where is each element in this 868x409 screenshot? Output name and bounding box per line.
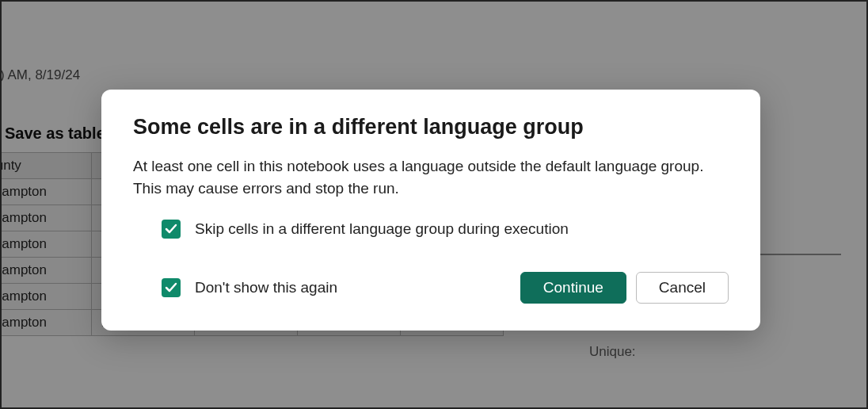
language-group-dialog: Some cells are in a different language g…	[101, 90, 760, 331]
dialog-button-group: Continue Cancel	[520, 272, 729, 304]
dont-show-checkbox[interactable]	[162, 278, 181, 297]
dialog-body-text: At least one cell in this notebook uses …	[133, 155, 729, 199]
cancel-button[interactable]: Cancel	[636, 272, 729, 304]
dont-show-checkbox-row: Don't show this again	[162, 278, 337, 297]
side-unique-label: Unique:	[589, 344, 636, 360]
timestamp-text: ) AM, 8/19/24	[0, 67, 868, 83]
check-icon	[165, 281, 177, 294]
col-header-county[interactable]: County	[0, 153, 92, 179]
dialog-title: Some cells are in a different language g…	[133, 115, 729, 140]
check-icon	[165, 223, 177, 235]
skip-cells-checkbox-row: Skip cells in a different language group…	[162, 220, 729, 239]
skip-cells-checkbox[interactable]	[162, 220, 181, 239]
dont-show-label: Don't show this again	[195, 279, 337, 296]
continue-button[interactable]: Continue	[520, 272, 626, 304]
skip-cells-label: Skip cells in a different language group…	[195, 220, 569, 238]
